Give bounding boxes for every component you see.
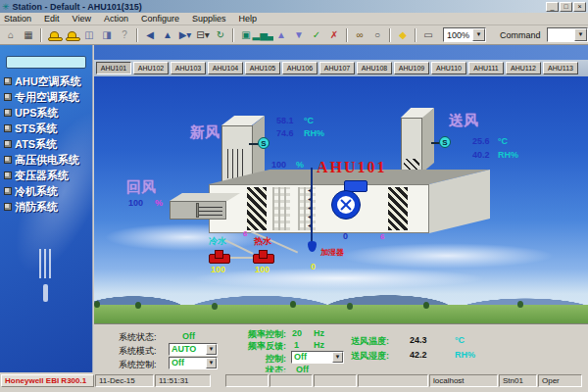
sidebar-item-label: 冷机系统	[15, 184, 58, 199]
zoom-magnifier-icon[interactable]: ○	[369, 27, 385, 43]
fresh-air-louver	[227, 149, 247, 178]
system-control-select[interactable]: Off ▼	[169, 357, 218, 369]
statusbar-empty-2	[270, 374, 313, 387]
sidebar-item-5[interactable]: ATS系统	[4, 136, 92, 152]
tab-ahu105[interactable]: AHU105	[245, 62, 280, 74]
sidebar-item-7[interactable]: 变压器系统	[4, 168, 92, 183]
alarm-ack-bell-icon[interactable]	[64, 27, 79, 43]
close-button[interactable]: ×	[573, 2, 586, 12]
sidebar-item-1[interactable]: AHU空调系统	[4, 74, 92, 89]
command-input[interactable]: ▼	[547, 27, 588, 42]
glyph: ∞	[356, 27, 363, 43]
command-label: Command	[500, 30, 541, 40]
raise-value-icon[interactable]: ▲	[273, 27, 289, 43]
station-connect-icon[interactable]: ⌂	[3, 27, 19, 43]
menu-view[interactable]: View	[73, 14, 91, 24]
chilled-water-valve-icon[interactable]	[209, 250, 228, 263]
page-up-icon[interactable]: ▲	[160, 27, 175, 43]
tab-ahu109[interactable]: AHU109	[394, 62, 429, 74]
tab-ahu111[interactable]: AHU111	[468, 62, 504, 74]
tab-ahu103[interactable]: AHU103	[171, 62, 206, 74]
cancel-icon[interactable]: ✗	[326, 27, 342, 43]
statusbar-host: localhost	[429, 374, 498, 387]
sidebar-item-8[interactable]: 冷机系统	[4, 183, 92, 199]
sidebar-item-6[interactable]: 高压供电系统	[4, 152, 92, 168]
status-panel: 系统状态: Off 系统模式: AUTO ▼ 系统控制: Off ▼ 频率控制:…	[94, 323, 588, 372]
bell-glyph	[68, 31, 76, 39]
supply-temp-unit: °C	[455, 335, 465, 345]
maximize-button[interactable]: □	[560, 2, 572, 12]
return-damper-unit: %	[155, 198, 163, 208]
menu-edit[interactable]: Edit	[44, 14, 60, 24]
glyph: ◀	[146, 27, 154, 43]
statusbar-time: 11:51:31	[155, 374, 211, 387]
toolbar: ⌂▦◫◨?◀▲▶▾⊟▾↻▣▂▅▃▲▼✓✗∞○◆▭ 100% ▼ Command …	[0, 25, 588, 45]
fan-control-select[interactable]: Off ▼	[291, 351, 344, 364]
tab-ahu113[interactable]: AHU113	[543, 62, 578, 74]
sidebar-item-4[interactable]: STS系统	[4, 121, 92, 136]
zoom-select[interactable]: 100% ▼	[443, 27, 486, 42]
alarm-summary-bell-icon[interactable]	[46, 27, 62, 43]
tab-ahu102[interactable]: AHU102	[133, 62, 169, 74]
menu-configure[interactable]: Configure	[141, 14, 179, 24]
sidebar-item-icon	[4, 187, 12, 195]
trend-chart-icon[interactable]: ▂▅▃	[256, 27, 271, 43]
lower-value-icon[interactable]: ▼	[291, 27, 307, 43]
statusbar-date: 11-Dec-15	[95, 374, 154, 387]
page-back-icon[interactable]: ◀	[142, 27, 158, 43]
minimize-button[interactable]: _	[546, 2, 559, 12]
toolbar-separator	[232, 28, 234, 42]
hot-water-valve-icon[interactable]	[253, 250, 272, 263]
system-mode-value: AUTO	[170, 344, 206, 355]
tab-ahu110[interactable]: AHU110	[431, 62, 466, 74]
sidebar-item-icon	[4, 203, 12, 211]
page-refresh-icon[interactable]: ↻	[213, 27, 228, 43]
menu-action[interactable]: Action	[104, 14, 128, 24]
supply-humidity-value: 42.2	[410, 350, 427, 360]
alert-help-icon[interactable]: ?	[117, 27, 132, 43]
alarm-pager-icon[interactable]: ◆	[395, 27, 411, 43]
app-icon: ✳	[2, 2, 10, 12]
tab-ahu106[interactable]: AHU106	[282, 62, 318, 74]
content-area: AHU101AHU102AHU103AHU104AHU105AHU106AHU1…	[94, 45, 588, 372]
sidebar-item-3[interactable]: UPS系统	[4, 105, 92, 121]
humidifier-pipe	[311, 168, 313, 248]
console-icon[interactable]: ▭	[420, 27, 436, 43]
menu-station[interactable]: Station	[4, 14, 31, 24]
humidifier-drop-icon[interactable]	[308, 241, 317, 252]
return-louver	[199, 205, 222, 216]
fan-control-value: Off	[292, 352, 332, 363]
message-summary-icon[interactable]: ◫	[81, 27, 97, 43]
supply-fan-icon[interactable]	[331, 190, 361, 220]
sidebar-item-9[interactable]: 消防系统	[4, 199, 92, 215]
ahu-graphic: ◂◂◂◂◂ S S	[94, 76, 588, 323]
toolbar-separator	[40, 28, 42, 42]
tab-ahu101[interactable]: AHU101	[96, 62, 131, 74]
tab-ahu112[interactable]: AHU112	[506, 62, 541, 74]
freq-feedback-value: 1	[294, 340, 299, 350]
confirm-icon[interactable]: ✓	[309, 27, 324, 43]
glyph: ↻	[217, 27, 224, 43]
tab-ahu104[interactable]: AHU104	[208, 62, 243, 74]
airflow-arrows: ◂◂◂◂◂	[303, 186, 311, 229]
toolbar-icons: ⌂▦◫◨?◀▲▶▾⊟▾↻▣▂▅▃▲▼✓✗∞○◆▭	[2, 27, 437, 43]
sidebar-item-2[interactable]: 专用空调系统	[4, 89, 92, 105]
station-display-icon[interactable]: ▦	[21, 27, 36, 43]
page-forward-icon[interactable]: ▶▾	[177, 27, 193, 43]
fresh-air-sensor-icon[interactable]: S	[258, 137, 270, 149]
fresh-air-temp-unit: °C	[304, 116, 314, 125]
sidebar-item-icon	[4, 156, 12, 164]
filter-icon	[388, 187, 408, 230]
print-icon[interactable]: ⊟▾	[195, 27, 211, 43]
menu-help[interactable]: Help	[238, 14, 257, 24]
tab-ahu107[interactable]: AHU107	[319, 62, 355, 74]
glyph: ▂▅▃	[252, 27, 274, 43]
filter-icon	[247, 187, 267, 230]
system-mode-select[interactable]: AUTO ▼	[169, 343, 218, 356]
menu-supplies[interactable]: Supplies	[192, 14, 226, 24]
tab-ahu108[interactable]: AHU108	[357, 62, 392, 74]
system-status-icon[interactable]: ◨	[99, 27, 115, 43]
supply-air-sensor-icon[interactable]: S	[439, 136, 451, 148]
find-binoculars-icon[interactable]: ∞	[352, 27, 368, 43]
status-bar: Honeywell EBI R300.111-Dec-1511:51:31loc…	[0, 372, 588, 392]
